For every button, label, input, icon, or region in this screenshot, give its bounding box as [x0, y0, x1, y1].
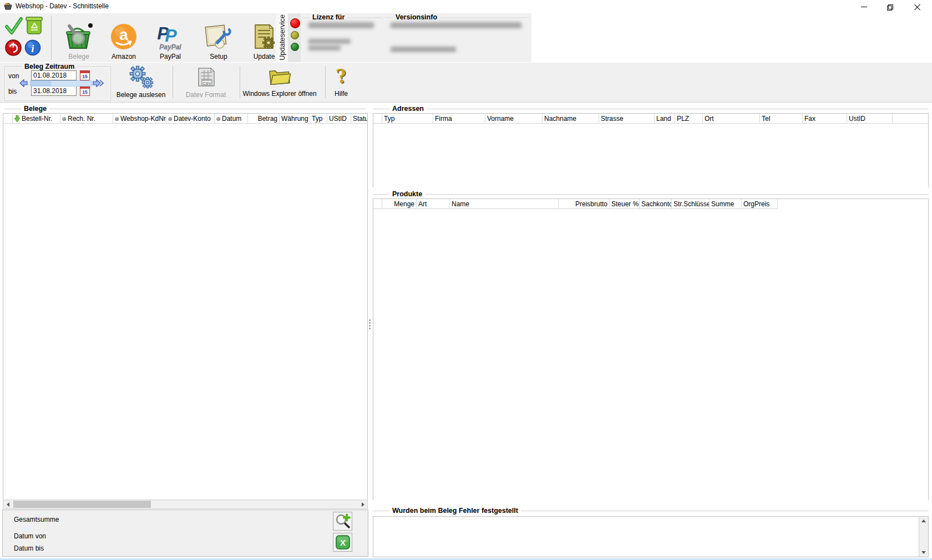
adressen-col-strasse[interactable]: Strasse	[599, 114, 655, 123]
scroll-right-button[interactable]	[358, 500, 367, 508]
title-bar: Webshop - Datev - Schnittstelle	[0, 0, 932, 13]
fehler-textarea[interactable]	[373, 516, 929, 557]
info-button[interactable]: i	[24, 39, 41, 56]
fehler-vscrollbar[interactable]	[919, 517, 928, 557]
adressen-panel-title: Adressen	[389, 105, 427, 113]
scroll-up-button[interactable]	[919, 517, 928, 525]
produkte-col-summe[interactable]: Summe	[710, 199, 742, 208]
produkte-col-steuer[interactable]: Steuer %	[610, 199, 640, 208]
date-from-input[interactable]	[31, 70, 77, 80]
adressen-col-selector[interactable]	[373, 114, 382, 123]
adressen-col-typ[interactable]: Typ	[382, 114, 433, 123]
scroll-down-icon	[921, 551, 926, 554]
confirm-button[interactable]	[4, 16, 23, 36]
belege-col-webshopkdnr[interactable]: Webshop-KdNr	[113, 114, 166, 123]
date-to-input[interactable]	[31, 86, 77, 96]
versionsinfo-group-title: Versionsinfo	[393, 13, 440, 21]
adressen-col-land[interactable]: Land	[655, 114, 675, 123]
hscroll-thumb[interactable]	[13, 501, 151, 508]
amazon-button[interactable]: a Amazon	[105, 15, 142, 60]
scroll-right-icon	[362, 502, 364, 507]
adressen-col-plz[interactable]: PLZ	[675, 114, 703, 123]
produkte-table-body[interactable]	[373, 209, 928, 501]
produkte-col-selector[interactable]	[373, 199, 382, 208]
redacted-version-number	[391, 47, 456, 52]
adressen-col-vorname[interactable]: Vorname	[485, 114, 543, 123]
panel-splitter[interactable]	[368, 102, 371, 557]
belege-col-ustid[interactable]: UStID	[327, 114, 351, 123]
license-group-title: Lizenz für	[310, 13, 347, 21]
recycle-bin-button[interactable]	[24, 15, 44, 36]
belege-col-typ[interactable]: Typ	[310, 114, 327, 123]
paypal-button[interactable]: P P PayPal PayPal	[151, 15, 190, 60]
calendar-to-button[interactable]: 15	[80, 86, 90, 96]
belege-col-status[interactable]: Statu	[351, 114, 367, 123]
svg-text:a: a	[119, 26, 128, 43]
fehler-panel-title: Wurden beim Beleg Fehler festgestellt	[389, 507, 521, 515]
produkte-col-sachkonto[interactable]: Sachkonto	[640, 199, 672, 208]
belege-col-bestellnr[interactable]: Bestell-Nr.	[13, 114, 60, 123]
belege-col-datevkonto[interactable]: Datev-Konto	[166, 114, 215, 123]
search-detail-button[interactable]	[333, 512, 352, 531]
produkte-col-orgpreis[interactable]: OrgPreis	[742, 199, 775, 208]
hilfe-button[interactable]: ? Hilfe	[328, 63, 354, 98]
summary-panel: Gesamtsumme Datum von Datum bis X	[2, 510, 368, 557]
amazon-label: Amazon	[112, 53, 136, 60]
info-icon: i	[24, 39, 41, 56]
date-range-slider-fill	[31, 81, 51, 86]
recycle-bin-icon	[24, 15, 44, 36]
belege-table-body[interactable]	[3, 124, 367, 500]
belege-col-selector[interactable]	[3, 114, 13, 123]
adressen-table-body[interactable]	[373, 124, 928, 188]
produkte-col-art[interactable]: Art	[417, 199, 450, 208]
date-range-slider[interactable]	[30, 80, 92, 86]
splitter-handle-icon	[368, 319, 371, 329]
power-icon	[4, 39, 22, 57]
column-dot-icon	[168, 117, 172, 121]
filterbar-separator	[240, 66, 240, 98]
belege-hscrollbar[interactable]	[3, 500, 368, 509]
toolbar-separator	[51, 16, 52, 60]
redacted-webshop-url	[391, 22, 521, 28]
datum-bis-label: Datum bis	[14, 544, 44, 552]
adressen-col-ort[interactable]: Ort	[703, 114, 760, 123]
produkte-col-preisbrutto[interactable]: Preisbrutto	[559, 199, 610, 208]
datum-von-label: Datum von	[14, 532, 46, 540]
produkte-col-strschluessel[interactable]: Str.Schlüssel	[672, 199, 710, 208]
previous-month-arrow[interactable]	[19, 79, 28, 87]
adressen-col-ustid[interactable]: UstID	[847, 114, 893, 123]
belege-table: Bestell-Nr. Rech. Nr. Webshop-KdNr Datev…	[3, 113, 368, 499]
app-icon	[3, 2, 13, 11]
folder-icon	[267, 65, 292, 88]
scroll-down-button[interactable]	[919, 548, 928, 557]
excel-export-button[interactable]: X	[333, 533, 352, 552]
restore-button[interactable]	[877, 0, 902, 13]
adressen-col-fax[interactable]: Fax	[803, 114, 847, 123]
explorer-button[interactable]: Windows Explorer öffnen	[244, 65, 315, 98]
close-button[interactable]	[904, 0, 930, 13]
setup-button[interactable]: Setup	[199, 15, 239, 60]
next-month-arrow[interactable]	[92, 79, 104, 87]
adressen-col-tel[interactable]: Tel	[760, 114, 803, 123]
adressen-col-nachname[interactable]: Nachname	[543, 114, 599, 123]
calendar-from-button[interactable]: 15	[80, 70, 90, 80]
restore-icon	[887, 4, 892, 9]
datev-format-button[interactable]: CSV Datev Format	[181, 65, 231, 99]
adressen-table-header: Typ Firma Vorname Nachname Strasse Land …	[373, 114, 928, 124]
application-window: Webshop - Datev - Schnittstelle	[0, 0, 932, 560]
belege-col-datum[interactable]: Datum	[215, 114, 248, 123]
datev-format-label: Datev Format	[186, 91, 226, 99]
produkte-col-name[interactable]: Name	[450, 199, 559, 208]
belege-col-rechnr[interactable]: Rech. Nr.	[60, 114, 113, 123]
belege-auslesen-button[interactable]: Belege auslesen	[113, 65, 169, 99]
produkte-col-menge[interactable]: Menge	[382, 199, 417, 208]
belege-col-waehrung[interactable]: Währung	[280, 114, 310, 123]
belege-toolbar-button[interactable]: Belege	[58, 15, 100, 60]
belege-col-betrag[interactable]: Betrag	[248, 114, 280, 123]
adressen-col-firma[interactable]: Firma	[433, 114, 485, 123]
minimize-button[interactable]	[851, 0, 877, 13]
minimize-icon	[861, 7, 867, 7]
setup-label: Setup	[210, 53, 227, 60]
exit-button[interactable]	[4, 39, 22, 57]
scroll-left-button[interactable]	[3, 500, 12, 508]
